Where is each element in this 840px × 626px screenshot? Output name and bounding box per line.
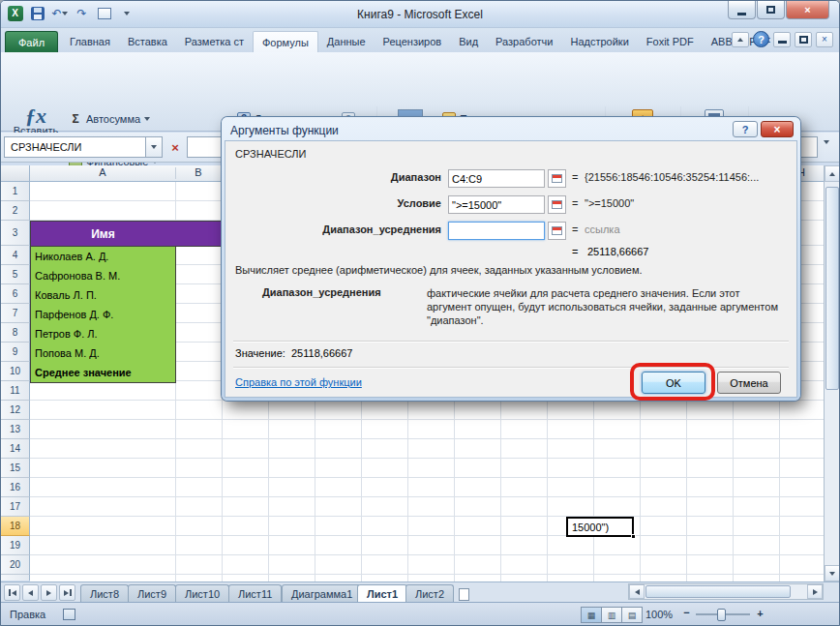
row-header[interactable]: 6 (1, 284, 30, 304)
next-sheet-button[interactable] (41, 584, 57, 601)
minimize-button[interactable] (728, 1, 756, 19)
argument-name: Диапазон_усреднения (262, 286, 381, 298)
zoom-level[interactable]: 100% (645, 609, 673, 620)
row-header[interactable]: 2 (1, 201, 30, 221)
criteria-input[interactable] (448, 195, 545, 214)
cell-editor[interactable]: 15000") (566, 517, 634, 537)
scroll-right-button[interactable] (807, 584, 823, 599)
table-cell[interactable]: Петров Ф. Л. (30, 324, 176, 344)
table-footer-cell[interactable]: Среднее значение (30, 363, 176, 383)
select-all-corner[interactable] (1, 165, 30, 182)
tab-home[interactable]: Главная (61, 31, 119, 52)
average-range-input[interactable] (448, 222, 545, 240)
row-header[interactable]: 10 (1, 362, 30, 381)
row-header[interactable]: 3 (1, 221, 30, 246)
zoom-out-button[interactable]: − (680, 608, 693, 620)
table-cell[interactable]: Николаев А. Д. (30, 247, 176, 267)
sheet-tab-active[interactable]: Лист1 (357, 584, 407, 603)
scroll-up-button[interactable] (825, 165, 840, 182)
first-sheet-button[interactable] (4, 584, 20, 601)
table-cell[interactable]: Попова М. Д. (30, 343, 176, 364)
page-layout-view-button[interactable]: ▥ (601, 607, 622, 623)
scroll-down-button[interactable] (825, 565, 840, 581)
table-cell[interactable]: Коваль Л. П. (30, 285, 176, 306)
sheet-tab[interactable]: Лист2 (405, 584, 454, 603)
row-header[interactable]: 16 (1, 478, 30, 497)
row-header[interactable]: 4 (1, 246, 30, 265)
expand-formula-bar-button[interactable] (824, 144, 829, 162)
dialog-help-button[interactable]: ? (733, 121, 758, 137)
maximize-button[interactable] (757, 1, 785, 19)
row-header[interactable]: 11 (1, 381, 30, 401)
row-header[interactable]: 1 (1, 182, 30, 201)
row-header-active[interactable]: 18 (1, 517, 30, 536)
tab-developer[interactable]: Разработчи (487, 31, 561, 52)
cancel-button[interactable]: Отмена (717, 372, 781, 394)
range-picker-button[interactable] (548, 195, 566, 214)
table-cell[interactable]: Сафронова В. М. (30, 266, 176, 286)
tab-addins[interactable]: Надстройки (561, 31, 637, 52)
tab-page-layout[interactable]: Разметка ст (176, 31, 253, 52)
row-header[interactable]: 9 (1, 343, 30, 362)
insert-sheet-button[interactable] (453, 586, 474, 602)
scroll-left-button[interactable] (629, 584, 645, 599)
table-header-cell[interactable]: Имя (30, 221, 176, 247)
row-header[interactable]: 12 (1, 401, 30, 420)
tab-insert[interactable]: Вставка (119, 31, 176, 52)
horizontal-scrollbar[interactable] (628, 583, 824, 600)
workbook-close-button[interactable]: × (816, 32, 833, 47)
column-header-b[interactable]: B (175, 166, 222, 178)
row-header[interactable]: 8 (1, 323, 30, 343)
last-sheet-button[interactable] (59, 584, 75, 601)
workbook-minimize-button[interactable] (773, 32, 791, 47)
tab-view[interactable]: Вид (450, 31, 487, 52)
horizontal-scroll-thumb[interactable] (645, 585, 791, 598)
fill-handle[interactable] (631, 534, 636, 539)
vertical-scroll-thumb[interactable] (825, 187, 839, 390)
help-link[interactable]: Справка по этой функции (235, 376, 362, 388)
normal-view-button[interactable]: ▦ (581, 607, 602, 623)
sheet-tab[interactable]: Диаграмма1 (282, 584, 362, 603)
table-header-cell-b[interactable] (175, 221, 222, 247)
range-input[interactable] (448, 169, 545, 188)
column-header-a[interactable]: A (30, 166, 175, 178)
sheet-tab[interactable]: Лист10 (175, 584, 229, 603)
minimize-ribbon-button[interactable] (732, 32, 749, 47)
sheet-tab[interactable]: Лист11 (228, 584, 282, 603)
tab-review[interactable]: Рецензиров (375, 31, 451, 52)
workbook-restore-button[interactable] (795, 32, 812, 47)
tab-data[interactable]: Данные (318, 31, 375, 52)
row-header[interactable]: 17 (1, 497, 30, 517)
zoom-slider-thumb[interactable] (717, 609, 726, 621)
row-header[interactable]: 19 (1, 536, 30, 555)
page-break-view-button[interactable]: ▤ (621, 607, 643, 623)
prev-sheet-button[interactable] (22, 584, 39, 601)
row-header[interactable]: 13 (1, 420, 30, 439)
tab-foxit[interactable]: Foxit PDF (638, 31, 703, 52)
row-header[interactable]: 15 (1, 459, 30, 478)
sheet-tab[interactable]: Лист9 (128, 584, 176, 603)
table-cell[interactable]: Парфенов Д. Ф. (30, 305, 176, 325)
close-button[interactable]: × (786, 1, 829, 19)
name-box[interactable]: СРЗНАЧЕСЛИ (4, 136, 146, 158)
range-picker-button[interactable] (548, 169, 566, 188)
tab-file[interactable]: Файл (5, 31, 58, 52)
bar-icon (70, 589, 72, 596)
row-header[interactable]: 14 (1, 439, 30, 459)
sheet-tab[interactable]: Лист8 (80, 584, 129, 603)
zoom-in-button[interactable]: + (754, 608, 766, 620)
dialog-close-button[interactable]: × (761, 121, 794, 137)
range-picker-button[interactable] (548, 222, 566, 240)
formula-cancel-button[interactable]: × (167, 137, 183, 157)
row-header[interactable]: 20 (1, 555, 30, 575)
row-header[interactable]: 5 (1, 265, 30, 284)
row-header[interactable]: 7 (1, 304, 30, 323)
autosum-button[interactable]: Σ Автосумма (69, 108, 150, 129)
macro-record-icon[interactable] (63, 609, 75, 620)
title-bar[interactable]: X ↶ ↷ Книга9 - Microsoft Excel × (1, 1, 839, 28)
help-button[interactable]: ? (753, 31, 769, 47)
vertical-scrollbar[interactable] (824, 165, 840, 581)
tab-formulas[interactable]: Формулы (253, 31, 318, 52)
name-box-dropdown[interactable] (146, 136, 163, 158)
dialog-title-bar[interactable]: Аргументы функции (225, 120, 797, 140)
